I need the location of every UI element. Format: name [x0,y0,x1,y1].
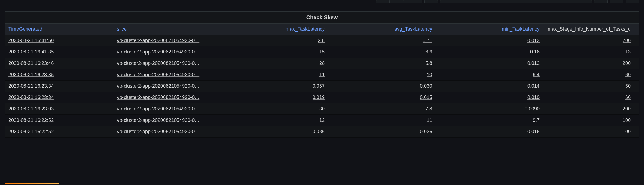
column-header-min-tasklatency[interactable]: min_TaskLatency [435,24,543,35]
cell-timegenerated[interactable]: 2020-08-21 16:23:46 [5,58,114,69]
toolbar-group-left [376,0,422,3]
cell-timegenerated[interactable]: 2020-08-21 16:41:50 [5,35,114,46]
cell-slice[interactable]: vb-cluster2-app-20200821054920-0… [114,46,219,58]
toolbar-button[interactable] [626,0,639,3]
cell-timegenerated[interactable]: 2020-08-21 16:23:34 [5,81,114,92]
cell-timegenerated[interactable]: 2020-08-21 16:22:52 [5,115,114,126]
cell-max_stage_info_number_of_tasks_d: 100 [543,126,639,137]
cell-avg_tasklatency[interactable]: 5.8 [328,58,435,69]
toolbar-button[interactable] [390,0,403,3]
cell-slice[interactable]: vb-cluster2-app-20200821054920-0… [114,115,219,126]
cell-slice[interactable]: vb-cluster2-app-20200821054920-0… [114,35,219,46]
cell-max_tasklatency[interactable]: 28 [219,58,328,69]
cell-avg_tasklatency: 0.036 [328,126,435,137]
column-header-max-stage-tasks[interactable]: max_Stage_Info_Number_of_Tasks_d [543,24,639,35]
toolbar-button[interactable] [376,0,390,3]
toolbar-button[interactable] [424,0,438,3]
cell-max_tasklatency[interactable]: 11 [219,69,328,80]
cell-avg_tasklatency[interactable]: 0.030 [328,81,435,92]
cell-min_tasklatency[interactable]: 9.7 [435,115,543,126]
column-header-max-tasklatency[interactable]: max_TaskLatency [219,24,328,35]
table-row: 2020-08-21 16:22:52vb-cluster2-app-20200… [5,126,639,138]
cell-slice: vb-cluster2-app-20200821054920-0… [114,126,219,137]
cell-timegenerated: 2020-08-21 16:22:52 [5,126,114,137]
cell-max_stage_info_number_of_tasks_d[interactable]: 13 [543,46,639,58]
cell-slice[interactable]: vb-cluster2-app-20200821054920-0… [114,103,219,114]
table-body: 2020-08-21 16:41:50vb-cluster2-app-20200… [5,35,639,138]
panel-title: Check Skew [5,12,639,24]
cell-max_tasklatency[interactable]: 30 [219,103,328,114]
table-row: 2020-08-21 16:41:50vb-cluster2-app-20200… [5,35,639,46]
cell-max_tasklatency[interactable]: 0.057 [219,81,328,92]
cell-avg_tasklatency[interactable]: 0.015 [328,92,435,103]
column-header-avg-tasklatency[interactable]: avg_TaskLatency [328,24,435,35]
check-skew-panel: Check Skew TimeGenerated slice max_TaskL… [5,11,639,138]
column-header-timegenerated[interactable]: TimeGenerated [5,24,114,35]
cell-max_tasklatency: 0.086 [219,126,328,137]
table-row: 2020-08-21 16:23:34vb-cluster2-app-20200… [5,92,639,103]
cell-avg_tasklatency[interactable]: 7.8 [328,103,435,114]
cell-min_tasklatency: 0.016 [435,126,543,137]
cell-timegenerated[interactable]: 2020-08-21 16:41:35 [5,46,114,58]
table-row: 2020-08-21 16:23:35vb-cluster2-app-20200… [5,69,639,81]
table-row: 2020-08-21 16:22:52vb-cluster2-app-20200… [5,115,639,126]
toolbar [376,0,639,4]
column-header-slice[interactable]: slice [114,24,219,35]
table-row: 2020-08-21 16:23:03vb-cluster2-app-20200… [5,103,639,115]
cell-min_tasklatency[interactable]: 0.012 [435,35,543,46]
cell-timegenerated[interactable]: 2020-08-21 16:23:34 [5,92,114,103]
cell-slice[interactable]: vb-cluster2-app-20200821054920-0… [114,92,219,103]
cell-max_stage_info_number_of_tasks_d[interactable]: 200 [543,58,639,69]
cell-slice[interactable]: vb-cluster2-app-20200821054920-0… [114,81,219,92]
cell-avg_tasklatency[interactable]: 10 [328,69,435,80]
cell-max_stage_info_number_of_tasks_d[interactable]: 60 [543,81,639,92]
search-input[interactable] [440,0,592,3]
toolbar-button[interactable] [594,0,608,3]
cell-avg_tasklatency[interactable]: 6.6 [328,46,435,58]
cell-slice[interactable]: vb-cluster2-app-20200821054920-0… [114,58,219,69]
cell-min_tasklatency[interactable]: 0.010 [435,92,543,103]
cell-avg_tasklatency[interactable]: 11 [328,115,435,126]
table-header-row: TimeGenerated slice max_TaskLatency avg_… [5,24,639,35]
cell-min_tasklatency[interactable]: 0.012 [435,58,543,69]
cell-max_tasklatency[interactable]: 2.8 [219,35,328,46]
table-row: 2020-08-21 16:41:35vb-cluster2-app-20200… [5,46,639,58]
toolbar-button[interactable] [610,0,623,3]
cell-max_stage_info_number_of_tasks_d[interactable]: 200 [543,103,639,114]
cell-max_stage_info_number_of_tasks_d[interactable]: 60 [543,92,639,103]
cell-avg_tasklatency[interactable]: 0.71 [328,35,435,46]
cell-timegenerated[interactable]: 2020-08-21 16:23:35 [5,69,114,80]
cell-min_tasklatency[interactable]: 0.0090 [435,103,543,114]
cell-max_stage_info_number_of_tasks_d[interactable]: 60 [543,69,639,80]
tab-indicator [5,183,59,184]
cell-max_stage_info_number_of_tasks_d[interactable]: 100 [543,115,639,126]
cell-min_tasklatency[interactable]: 9.4 [435,69,543,80]
cell-min_tasklatency[interactable]: 0.16 [435,46,543,58]
cell-timegenerated[interactable]: 2020-08-21 16:23:03 [5,103,114,114]
cell-max_stage_info_number_of_tasks_d[interactable]: 200 [543,35,639,46]
cell-max_tasklatency[interactable]: 15 [219,46,328,58]
cell-slice[interactable]: vb-cluster2-app-20200821054920-0… [114,69,219,80]
cell-min_tasklatency[interactable]: 0.014 [435,81,543,92]
table-row: 2020-08-21 16:23:46vb-cluster2-app-20200… [5,58,639,69]
cell-max_tasklatency[interactable]: 12 [219,115,328,126]
toolbar-button[interactable] [403,0,422,3]
cell-max_tasklatency[interactable]: 0.019 [219,92,328,103]
table-row: 2020-08-21 16:23:34vb-cluster2-app-20200… [5,81,639,92]
